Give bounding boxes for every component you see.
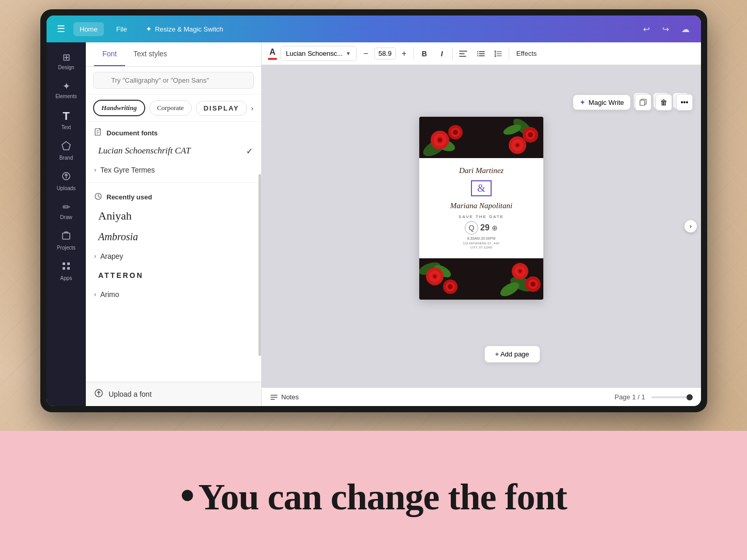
sidebar-item-projects[interactable]: Projects xyxy=(50,226,83,255)
design-card: Dari Martinez & Mariana Napolitani SAVE … xyxy=(419,117,543,300)
magic-write-bar: ✦ Magic Write 🗑 ••• xyxy=(573,94,693,111)
align-list-button[interactable] xyxy=(474,46,488,61)
font-selector-name: Lucian Schoensc... xyxy=(286,50,343,57)
font-name-ambrosia: Ambrosia xyxy=(98,231,138,243)
magic-write-button[interactable]: ✦ Magic Write xyxy=(573,95,631,110)
copy-card-button[interactable] xyxy=(635,94,651,111)
canvas-area: A Lucian Schoensc... ▼ − + xyxy=(262,42,701,406)
top-navbar: ☰ Home File ✦ Resize & Magic Switch ↩ ↪ … xyxy=(47,15,701,42)
upload-font-icon xyxy=(94,388,103,400)
expand-arrow-arimo: › xyxy=(94,291,96,298)
uploads-label: Uploads xyxy=(57,185,76,191)
font-item-lucian[interactable]: Lucian Schoenschrift CAT ✓ xyxy=(86,141,261,161)
svg-point-45 xyxy=(448,284,453,289)
tab-font[interactable]: Font xyxy=(94,42,125,66)
nav-file-tab[interactable]: File xyxy=(110,22,133,36)
line-spacing-button[interactable] xyxy=(491,46,506,61)
add-page-button[interactable]: + Add page xyxy=(484,346,540,363)
notes-button[interactable]: Notes xyxy=(270,393,299,401)
svg-point-49 xyxy=(519,270,522,273)
font-selector-dropdown[interactable]: Lucian Schoensc... ▼ xyxy=(280,46,357,61)
hamburger-icon[interactable]: ☰ xyxy=(55,21,67,37)
font-panel: Font Text styles 🔍 Handwriting Corporate xyxy=(86,42,262,406)
recently-used-icon xyxy=(94,192,102,202)
chip-more-arrow: › xyxy=(251,104,253,112)
font-item-arapey[interactable]: › Arapey xyxy=(86,247,261,266)
undo-button[interactable]: ↩ xyxy=(640,21,653,37)
panel-scrollbar[interactable] xyxy=(258,174,261,356)
bold-button[interactable]: B xyxy=(417,46,432,61)
canvas-workspace[interactable]: 🔒 xyxy=(262,65,701,387)
nav-magic-switch[interactable]: ✦ Resize & Magic Switch xyxy=(140,22,230,36)
expand-arrow-arapey: › xyxy=(94,253,96,260)
chip-corporate[interactable]: Corporate xyxy=(149,100,192,116)
card-ampersand: & xyxy=(471,180,492,196)
font-scroll-area[interactable]: Document fonts Lucian Schoenschrift CAT … xyxy=(86,122,261,382)
sidebar-item-draw[interactable]: ✏ Draw xyxy=(50,197,83,224)
italic-button[interactable]: I xyxy=(435,46,449,61)
sidebar-item-design[interactable]: ⊞ Design xyxy=(50,48,83,74)
font-item-ambrosia[interactable]: Ambrosia xyxy=(86,227,261,247)
font-size-increase[interactable]: + xyxy=(398,48,410,60)
sidebar-item-brand[interactable]: Brand xyxy=(50,136,83,165)
document-fonts-icon xyxy=(94,128,102,138)
canvas-right-arrow[interactable]: › xyxy=(684,220,697,232)
redo-button[interactable]: ↪ xyxy=(659,21,672,37)
font-item-arimo[interactable]: › Arimo xyxy=(86,285,261,304)
nav-home-tab[interactable]: Home xyxy=(73,22,104,36)
upload-font-label: Upload a font xyxy=(109,390,151,398)
font-item-atteron[interactable]: ATTERON xyxy=(86,266,261,285)
text-label: Text xyxy=(62,125,71,130)
more-card-button[interactable]: ••• xyxy=(676,94,693,111)
chip-display[interactable]: DISPLAY xyxy=(196,101,247,116)
align-left-button[interactable] xyxy=(456,46,470,61)
svg-point-42 xyxy=(433,275,436,278)
font-filter-chips: Handwriting Corporate DISPLAY › xyxy=(86,95,261,122)
laptop-shell: ☰ Home File ✦ Resize & Magic Switch ↩ ↪ … xyxy=(40,9,707,412)
elements-icon: ✦ xyxy=(63,81,70,92)
projects-label: Projects xyxy=(57,245,75,251)
uploads-icon xyxy=(61,171,71,184)
magic-switch-icon: ✦ xyxy=(146,25,152,33)
document-fonts-header: Document fonts xyxy=(86,122,261,141)
upload-font-row[interactable]: Upload a font xyxy=(86,382,261,406)
zoom-slider[interactable] xyxy=(651,396,693,398)
font-search-input[interactable] xyxy=(93,72,254,89)
font-color-bar xyxy=(268,58,277,60)
svg-point-52 xyxy=(530,282,536,287)
font-size-control: − + xyxy=(360,48,410,60)
chip-more[interactable]: › xyxy=(251,104,253,112)
apps-icon xyxy=(61,261,71,274)
sidebar-item-elements[interactable]: ✦ Elements xyxy=(50,76,83,103)
screen-bezel: ☰ Home File ✦ Resize & Magic Switch ↩ ↪ … xyxy=(47,15,701,406)
caption-main-text: You can change the font xyxy=(198,476,567,518)
sidebar-item-text[interactable]: T Text xyxy=(50,105,83,134)
font-size-decrease[interactable]: − xyxy=(360,48,372,60)
card-rose-bottom xyxy=(419,258,543,300)
font-size-input[interactable] xyxy=(374,48,396,59)
delete-card-button[interactable]: 🗑 xyxy=(655,94,672,111)
toolbar-divider-2 xyxy=(452,48,453,60)
card-rose-top xyxy=(419,117,543,158)
notes-label: Notes xyxy=(281,393,299,401)
font-item-aniyah[interactable]: Aniyah xyxy=(86,205,261,227)
magic-write-icon: ✦ xyxy=(580,98,586,106)
font-color-button[interactable]: A xyxy=(268,48,277,60)
app-ui: ☰ Home File ✦ Resize & Magic Switch ↩ ↪ … xyxy=(47,15,701,406)
save-to-cloud-button[interactable]: ☁ xyxy=(678,21,693,37)
sidebar-item-uploads[interactable]: Uploads xyxy=(50,167,83,195)
effects-button[interactable]: Effects xyxy=(512,48,541,59)
zoom-thumb[interactable] xyxy=(687,394,693,400)
projects-icon xyxy=(61,230,71,243)
svg-point-11 xyxy=(477,53,478,54)
chip-handwriting[interactable]: Handwriting xyxy=(93,100,145,116)
font-item-tex-gyre[interactable]: › Tex Gyre Termes xyxy=(86,161,261,179)
svg-point-10 xyxy=(477,51,478,52)
svg-rect-4 xyxy=(67,262,70,265)
sidebar-item-apps[interactable]: Apps xyxy=(50,257,83,285)
tab-text-styles[interactable]: Text styles xyxy=(125,42,175,66)
svg-point-26 xyxy=(453,130,458,135)
card-address: 123 ANYWHERE ST., ANYCITY, ST 12345 xyxy=(428,241,535,250)
svg-rect-14 xyxy=(640,100,645,105)
bottom-bar: Notes Page 1 / 1 xyxy=(262,387,701,406)
